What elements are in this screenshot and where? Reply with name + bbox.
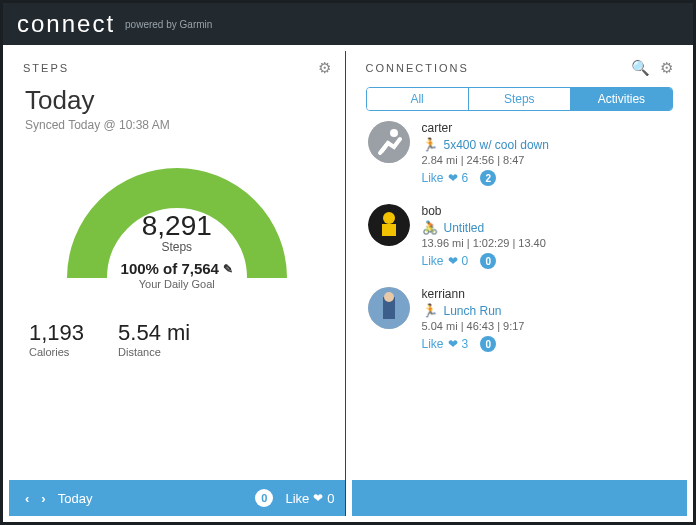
comments-badge[interactable]: 0 <box>255 489 273 507</box>
steps-footer: ‹ › Today 0 Like ❤ 0 <box>9 480 345 516</box>
activity-post[interactable]: bob🚴Untitled13.96 mi | 1:02:29 | 13.40Li… <box>368 204 672 269</box>
distance-metric: 5.54 mi Distance <box>118 320 190 358</box>
connections-panel: CONNECTIONS 🔍 ⚙ All Steps Activities car… <box>352 51 688 516</box>
brand-subtitle: powered by Garmin <box>125 19 212 30</box>
activity-post[interactable]: kerriann🏃Lunch Run5.04 mi | 46:43 | 9:17… <box>368 287 672 352</box>
activity-meta: 13.96 mi | 1:02:29 | 13.40 <box>422 237 672 249</box>
activity-feed: carter🏃5x400 w/ cool down2.84 mi | 24:56… <box>352 121 688 480</box>
activity-title[interactable]: 5x400 w/ cool down <box>444 138 549 152</box>
connections-footer <box>352 480 688 516</box>
today-heading: Today <box>25 85 329 116</box>
avatar[interactable] <box>368 121 410 163</box>
like-button[interactable]: Like ❤ 0 <box>422 254 469 268</box>
footer-date-label: Today <box>58 491 93 506</box>
brand-name: connect <box>17 10 115 38</box>
activity-title[interactable]: Lunch Run <box>444 304 502 318</box>
username[interactable]: carter <box>422 121 672 135</box>
avatar[interactable] <box>368 287 410 329</box>
connections-tabs: All Steps Activities <box>366 87 674 111</box>
gear-icon[interactable]: ⚙ <box>660 59 673 77</box>
steps-panel: STEPS ⚙ Today Synced Today @ 10:38 AM 8,… <box>9 51 346 516</box>
activity-post[interactable]: carter🏃5x400 w/ cool down2.84 mi | 24:56… <box>368 121 672 186</box>
tab-activities[interactable]: Activities <box>570 88 672 110</box>
search-icon[interactable]: 🔍 <box>631 59 650 77</box>
connections-panel-title: CONNECTIONS <box>366 62 469 74</box>
pencil-icon[interactable]: ✎ <box>223 262 233 276</box>
bike-icon: 🚴 <box>422 220 438 235</box>
activity-meta: 2.84 mi | 24:56 | 8:47 <box>422 154 672 166</box>
steps-gauge: 8,291 Steps 100% of 7,564 ✎ Your Daily G… <box>25 148 329 290</box>
username[interactable]: kerriann <box>422 287 672 301</box>
next-arrow-icon[interactable]: › <box>35 491 51 506</box>
run-icon: 🏃 <box>422 303 438 318</box>
tab-all[interactable]: All <box>367 88 468 110</box>
prev-arrow-icon[interactable]: ‹ <box>19 491 35 506</box>
calories-metric: 1,193 Calories <box>29 320 84 358</box>
comments-badge[interactable]: 2 <box>480 170 496 186</box>
gear-icon[interactable]: ⚙ <box>318 59 331 77</box>
heart-icon: ❤ <box>448 337 458 351</box>
run-icon: 🏃 <box>422 137 438 152</box>
steps-panel-title: STEPS <box>23 62 69 74</box>
like-button[interactable]: Like ❤ 0 <box>285 491 334 506</box>
avatar[interactable] <box>368 204 410 246</box>
topbar: connect powered by Garmin <box>3 3 693 45</box>
username[interactable]: bob <box>422 204 672 218</box>
activity-title[interactable]: Untitled <box>444 221 485 235</box>
svg-point-1 <box>390 129 398 137</box>
comments-badge[interactable]: 0 <box>480 336 496 352</box>
heart-icon: ❤ <box>448 171 458 185</box>
svg-point-3 <box>383 212 395 224</box>
comments-badge[interactable]: 0 <box>480 253 496 269</box>
svg-point-7 <box>384 292 394 302</box>
heart-icon: ❤ <box>313 491 323 505</box>
svg-rect-4 <box>382 224 396 236</box>
like-button[interactable]: Like ❤ 6 <box>422 171 469 185</box>
like-button[interactable]: Like ❤ 3 <box>422 337 469 351</box>
sync-status: Synced Today @ 10:38 AM <box>25 118 329 132</box>
tab-steps[interactable]: Steps <box>468 88 570 110</box>
goal-line: 100% of 7,564 ✎ <box>121 260 233 277</box>
activity-meta: 5.04 mi | 46:43 | 9:17 <box>422 320 672 332</box>
heart-icon: ❤ <box>448 254 458 268</box>
